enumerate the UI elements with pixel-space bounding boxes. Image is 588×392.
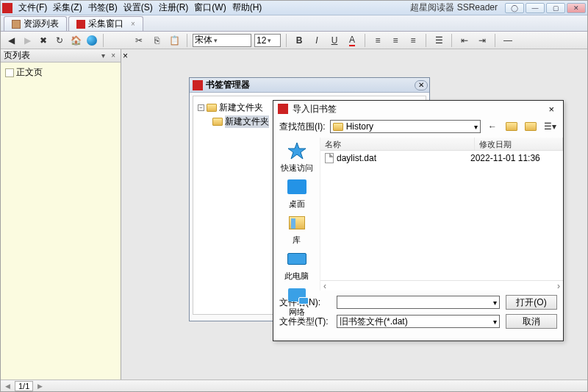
nav-refresh-button[interactable]: ↻ [52, 33, 67, 48]
page-list-item[interactable]: 正文页 [5, 65, 116, 79]
chevron-down-icon: ▾ [214, 37, 218, 44]
bold-button[interactable]: B [292, 33, 306, 48]
place-this-pc-label: 此电脑 [284, 271, 309, 282]
nav-back-arrow-button[interactable]: ← [485, 120, 500, 133]
file-dialog-close-button[interactable]: × [544, 104, 559, 115]
column-date[interactable]: 修改日期 [475, 138, 563, 150]
file-dialog-lookup-row: 查找范围(I): History ▾ ← ☰▾ [273, 117, 563, 138]
lookup-location-value: History [346, 121, 471, 132]
font-name-combo[interactable]: 宋体 ▾ [193, 34, 251, 47]
window-maximize-button[interactable]: ▢ [546, 3, 565, 13]
book-icon [12, 20, 21, 29]
file-list-hscroll[interactable]: ‹ › [320, 280, 563, 291]
lookup-location-combo[interactable]: History ▾ [330, 120, 481, 133]
nav-back-button[interactable]: ◀ [4, 33, 18, 48]
window-minimize-button[interactable]: — [526, 3, 545, 13]
align-right-button[interactable]: ≡ [406, 33, 420, 48]
bookmark-manager-titlebar[interactable]: 书签管理器 ✕ [190, 78, 429, 93]
nav-stop-button[interactable]: ✖ [36, 33, 51, 48]
tab-close-icon[interactable]: × [131, 20, 135, 28]
file-open-dialog: 导入旧书签 × 查找范围(I): History ▾ ← ☰▾ 快速访问 [273, 100, 564, 341]
folder-icon [212, 118, 223, 126]
corner-close-icon[interactable]: × [123, 51, 129, 57]
menu-window[interactable]: 窗口(W) [191, 0, 229, 15]
filetype-label: 文件类型(T): [279, 316, 331, 328]
view-mode-button[interactable]: ☰▾ [542, 120, 557, 133]
bookmark-folder-label: 新建文件夹 [219, 101, 263, 114]
this-pc-icon [285, 249, 309, 269]
font-size-combo[interactable]: 12 ▾ [254, 34, 281, 47]
sidebar-body: 正文页 [1, 63, 121, 379]
menu-file[interactable]: 文件(F) [15, 0, 50, 15]
chevron-down-icon: ▾ [493, 318, 497, 326]
align-left-button[interactable]: ≡ [370, 33, 385, 48]
page-indicator[interactable]: 1/1 [15, 381, 33, 391]
chevron-down-icon: ▾ [268, 37, 271, 44]
nav-forward-button[interactable]: ▶ [20, 33, 35, 48]
insert-rule-button[interactable]: ― [501, 33, 515, 48]
scroll-right-icon[interactable]: › [557, 281, 560, 291]
edit-paste-button[interactable]: 📋 [167, 33, 182, 48]
menu-settings[interactable]: 设置(S) [121, 0, 156, 15]
app-title: 超星阅读器 SSReader [410, 1, 498, 14]
nav-home-button[interactable]: 🏠 [68, 33, 83, 48]
app-logo-icon [2, 3, 12, 13]
app-small-icon [193, 80, 203, 90]
app-small-icon [278, 104, 288, 114]
menu-bookmark[interactable]: 书签(B) [85, 0, 121, 15]
browser-icon[interactable] [85, 33, 99, 48]
nav-new-folder-button[interactable] [523, 120, 538, 133]
tab-resource-list[interactable]: 资源列表 [4, 16, 67, 31]
file-row[interactable]: daylist.dat 2022-11-01 11:36 [320, 151, 563, 165]
folder-icon [207, 104, 217, 112]
edit-copy-button[interactable]: ⎘ [149, 33, 164, 48]
place-this-pc[interactable]: 此电脑 [284, 249, 309, 282]
indent-increase-button[interactable]: ⇥ [475, 33, 490, 48]
open-button[interactable]: 打开(O) [506, 295, 557, 310]
column-name[interactable]: 名称 [320, 138, 475, 150]
italic-button[interactable]: I [309, 33, 324, 48]
place-libraries-label: 库 [293, 235, 301, 246]
file-dialog-bottom: 文件名(N): ▾ 打开(O) 文件类型(T): 旧书签文件(*.dat) ▾ … [273, 291, 563, 332]
window-close-button[interactable]: ✕ [567, 3, 586, 13]
page-indicator-text: 1/1 [18, 382, 29, 391]
font-color-button[interactable]: A [345, 33, 359, 48]
file-dialog-titlebar[interactable]: 导入旧书签 × [273, 101, 563, 117]
place-desktop[interactable]: 桌面 [285, 177, 309, 210]
file-name: daylist.dat [337, 153, 376, 163]
tab-resource-label: 资源列表 [24, 18, 59, 30]
titlebar: 文件(F) 采集(Z) 书签(B) 设置(S) 注册(R) 窗口(W) 帮助(H… [1, 1, 587, 15]
place-libraries[interactable]: 库 [285, 213, 309, 246]
file-icon [325, 153, 334, 163]
menu-collect[interactable]: 采集(Z) [50, 0, 85, 15]
bookmark-folder-label: 新建文件夹 [225, 115, 269, 128]
tab-collect-window[interactable]: 采集窗口 × [68, 16, 143, 31]
sidebar-close-icon[interactable]: × [109, 51, 118, 60]
tab-collect-label: 采集窗口 [88, 18, 123, 30]
place-desktop-label: 桌面 [289, 199, 305, 210]
place-quick-access[interactable]: 快速访问 [281, 140, 313, 174]
underline-button[interactable]: U [327, 33, 342, 48]
place-network[interactable]: 网络 [285, 285, 309, 318]
filetype-combo[interactable]: 旧书签文件(*.dat) ▾ [337, 315, 500, 328]
page-next-button[interactable]: ▶ [37, 382, 43, 390]
edit-cut-button[interactable]: ✂ [132, 33, 146, 48]
menu-register[interactable]: 注册(R) [156, 0, 192, 15]
indent-decrease-button[interactable]: ⇤ [457, 33, 472, 48]
cancel-button[interactable]: 取消 [506, 314, 557, 329]
filename-input[interactable]: ▾ [337, 296, 500, 309]
tree-collapse-icon[interactable]: − [198, 104, 204, 111]
menu-help[interactable]: 帮助(H) [229, 0, 265, 15]
align-center-button[interactable]: ≡ [388, 33, 403, 48]
bookmark-manager-close-button[interactable]: ✕ [415, 80, 428, 90]
file-list: 名称 修改日期 daylist.dat 2022-11-01 11:36 ‹ › [320, 138, 563, 291]
file-date: 2022-11-01 11:36 [470, 153, 559, 163]
window-help-button[interactable]: ◯ [505, 3, 524, 13]
page-prev-button[interactable]: ◀ [5, 382, 10, 390]
nav-up-folder-button[interactable] [504, 120, 519, 133]
list-bullets-button[interactable]: ☰ [431, 33, 446, 48]
file-list-header: 名称 修改日期 [320, 138, 563, 151]
scroll-left-icon[interactable]: ‹ [323, 281, 326, 291]
chevron-down-icon: ▾ [474, 123, 478, 131]
sidebar-dropdown-icon[interactable]: ▾ [99, 51, 107, 60]
